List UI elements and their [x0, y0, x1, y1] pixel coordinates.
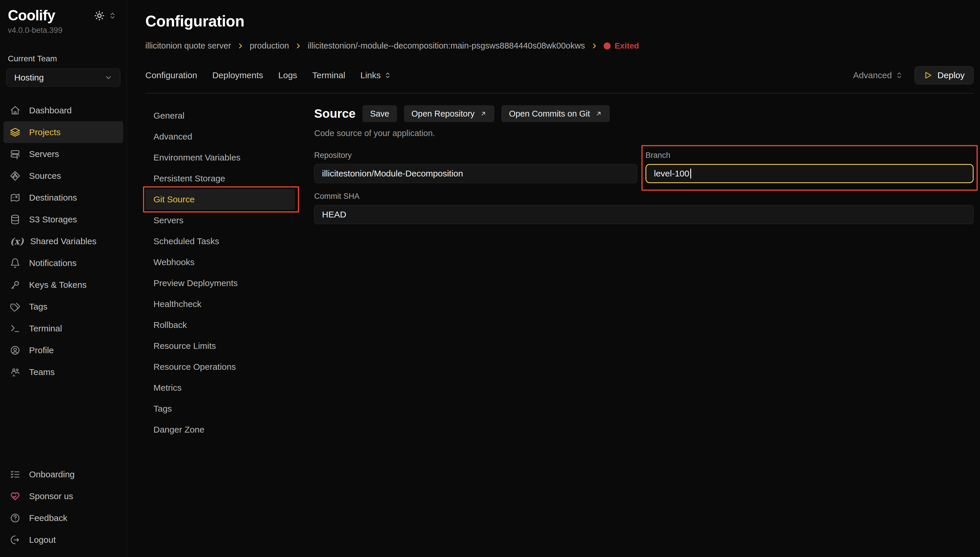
- server-icon: [10, 149, 20, 159]
- branch-field: Branch level-100: [645, 151, 973, 183]
- config-subnav: General Advanced Environment Variables P…: [145, 105, 304, 440]
- sidebar-item-label: Dashboard: [29, 106, 72, 116]
- sidebar-item-notifications[interactable]: Notifications: [3, 252, 123, 274]
- branch-label: Branch: [645, 151, 973, 160]
- sidebar-item-shared-variables[interactable]: (x) Shared Variables: [3, 230, 123, 252]
- tab-links[interactable]: Links: [361, 70, 391, 80]
- source-heading: Source: [314, 107, 356, 121]
- git-source-icon: [10, 171, 20, 181]
- repository-label: Repository: [314, 151, 637, 160]
- commit-sha-input[interactable]: HEAD: [314, 205, 973, 224]
- save-button[interactable]: Save: [362, 105, 397, 122]
- commit-sha-field: Commit SHA HEAD: [314, 192, 973, 224]
- sidebar-item-profile[interactable]: Profile: [3, 339, 123, 361]
- sidebar-item-keys-tokens[interactable]: Keys & Tokens: [3, 274, 123, 296]
- subnav-scheduled-tasks[interactable]: Scheduled Tasks: [145, 231, 295, 252]
- subnav-advanced[interactable]: Advanced: [145, 126, 295, 147]
- theme-selector-chevrons-icon[interactable]: [109, 12, 116, 20]
- source-subtitle: Code source of your application.: [314, 129, 973, 138]
- sidebar-item-label: Terminal: [29, 324, 62, 334]
- branch-value: level-100: [654, 169, 689, 179]
- sidebar-item-label: Teams: [29, 367, 55, 377]
- subnav-environment-variables[interactable]: Environment Variables: [145, 147, 295, 168]
- repository-field: Repository illicitestonion/Module-Decomp…: [314, 151, 637, 183]
- help-circle-icon: [10, 513, 20, 523]
- sidebar-item-dashboard[interactable]: Dashboard: [3, 99, 123, 121]
- subnav-git-source[interactable]: Git Source: [145, 189, 295, 210]
- sidebar-item-s3-storages[interactable]: S3 Storages: [3, 208, 123, 230]
- open-commits-label: Open Commits on Git: [509, 109, 590, 119]
- sidebar-item-tags[interactable]: Tags: [3, 296, 123, 318]
- database-icon: [10, 214, 20, 225]
- subnav-healthcheck[interactable]: Healthcheck: [145, 294, 295, 314]
- breadcrumb-environment[interactable]: production: [250, 41, 289, 50]
- chevron-down-icon: [104, 73, 112, 82]
- subnav-servers[interactable]: Servers: [145, 210, 295, 231]
- breadcrumb-project[interactable]: illicitonion quote server: [145, 41, 231, 50]
- app-version: v4.0.0-beta.399: [0, 26, 127, 35]
- sidebar-item-label: S3 Storages: [29, 215, 77, 225]
- sidebar-item-destinations[interactable]: Destinations: [3, 187, 123, 208]
- subnav-resource-limits[interactable]: Resource Limits: [145, 336, 295, 357]
- chevron-right-icon: [591, 42, 598, 49]
- tab-terminal[interactable]: Terminal: [312, 70, 345, 80]
- sidebar-item-label: Notifications: [29, 258, 76, 268]
- open-repository-button[interactable]: Open Repository: [404, 105, 495, 122]
- play-icon: [924, 71, 932, 80]
- sidebar-item-onboarding[interactable]: Onboarding: [3, 463, 123, 485]
- open-repository-label: Open Repository: [411, 109, 475, 119]
- subnav-tags[interactable]: Tags: [145, 398, 295, 419]
- chevrons-up-down-icon: [895, 72, 903, 79]
- sidebar-item-label: Profile: [29, 345, 54, 355]
- repository-input[interactable]: illicitestonion/Module-Decomposition: [314, 164, 637, 183]
- sidebar-item-label: Logout: [29, 535, 56, 545]
- sidebar-item-sources[interactable]: Sources: [3, 165, 123, 187]
- sidebar-item-label: Tags: [29, 302, 47, 312]
- tab-configuration[interactable]: Configuration: [145, 70, 197, 80]
- subnav-danger-zone[interactable]: Danger Zone: [145, 419, 295, 440]
- variable-icon: (x): [10, 236, 21, 246]
- subnav-preview-deployments[interactable]: Preview Deployments: [145, 273, 295, 294]
- sidebar-item-label: Keys & Tokens: [29, 280, 87, 290]
- external-link-icon: [595, 110, 602, 117]
- branch-input[interactable]: level-100: [645, 164, 973, 183]
- subnav-metrics[interactable]: Metrics: [145, 377, 295, 398]
- user-circle-icon: [10, 345, 20, 355]
- subnav-general[interactable]: General: [145, 105, 295, 126]
- chevrons-up-down-icon: [384, 72, 391, 79]
- sidebar-item-sponsor-us[interactable]: Sponsor us: [3, 485, 123, 507]
- tab-deployments[interactable]: Deployments: [212, 70, 263, 80]
- tab-logs[interactable]: Logs: [278, 70, 297, 80]
- subnav-persistent-storage[interactable]: Persistent Storage: [145, 168, 295, 189]
- logout-icon: [10, 534, 20, 545]
- app-logo: Coolify: [8, 8, 55, 24]
- sidebar-item-teams[interactable]: Teams: [3, 361, 123, 383]
- sidebar-item-servers[interactable]: Servers: [3, 143, 123, 165]
- sun-icon[interactable]: [94, 10, 105, 21]
- heart-icon: [10, 491, 20, 502]
- advanced-label: Advanced: [853, 70, 892, 80]
- subnav-webhooks[interactable]: Webhooks: [145, 252, 295, 273]
- sidebar-item-projects[interactable]: Projects: [3, 121, 123, 143]
- text-cursor: [690, 169, 691, 179]
- sidebar-item-logout[interactable]: Logout: [3, 529, 123, 550]
- deploy-label: Deploy: [938, 70, 965, 80]
- sidebar-item-label: Sources: [29, 171, 61, 181]
- chevron-right-icon: [237, 42, 244, 49]
- advanced-dropdown[interactable]: Advanced: [853, 70, 903, 80]
- breadcrumb-application[interactable]: illicitestonion/-module--decomposition:m…: [307, 41, 585, 50]
- external-link-icon: [480, 110, 487, 117]
- team-select[interactable]: Hosting: [7, 68, 120, 86]
- tab-links-label: Links: [361, 70, 381, 80]
- bell-icon: [10, 258, 20, 268]
- subnav-rollback[interactable]: Rollback: [145, 314, 295, 336]
- open-commits-button[interactable]: Open Commits on Git: [501, 105, 610, 122]
- deploy-button[interactable]: Deploy: [915, 66, 973, 84]
- main-content: Configuration illicitonion quote server …: [127, 0, 980, 440]
- subnav-resource-operations[interactable]: Resource Operations: [145, 357, 295, 377]
- terminal-icon: [10, 323, 20, 334]
- sidebar-item-feedback[interactable]: Feedback: [3, 507, 123, 529]
- users-icon: [10, 367, 20, 377]
- sidebar-item-terminal[interactable]: Terminal: [3, 318, 123, 339]
- map-icon: [10, 192, 20, 203]
